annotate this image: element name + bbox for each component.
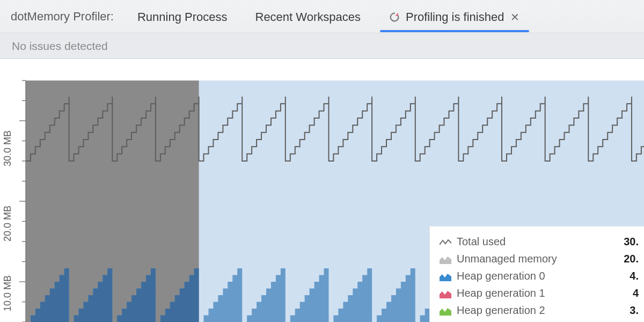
legend-label: Heap generation 0 [457, 270, 613, 282]
legend-value: 4. [613, 270, 639, 282]
tab-profiling-finished[interactable]: Profiling is finished ✕ [380, 2, 529, 32]
legend-value: 20. [613, 253, 639, 265]
legend-item-gen0[interactable]: Heap generation 0 4. [440, 267, 639, 284]
legend-item-unmanaged[interactable]: Unmanaged memory 20. [440, 250, 639, 267]
tab-running-process[interactable]: Running Process [129, 2, 236, 32]
y-tick-label: 30.0 MB [2, 130, 13, 166]
issues-text: No issues detected [12, 40, 108, 53]
svg-marker-22 [440, 308, 451, 316]
issues-bar: No issues detected [0, 33, 644, 59]
area-swatch-icon [440, 289, 451, 297]
app-title: dotMemory Profiler: [11, 10, 114, 24]
tab-label: Running Process [137, 10, 228, 24]
legend-label: Heap generation 2 [457, 304, 613, 317]
tab-label: Profiling is finished [406, 10, 504, 24]
legend-panel: Total used 30. Unmanaged memory 20. Heap… [429, 226, 644, 322]
legend-value: 3. [613, 304, 639, 317]
memory-timeline-chart[interactable]: 10.0 MB 20.0 MB 30.0 MB Total used 30. U… [0, 59, 644, 322]
legend-item-total[interactable]: Total used 30. [440, 233, 639, 250]
legend-label: Total used [457, 236, 613, 248]
svg-marker-19 [440, 257, 451, 264]
legend-item-gen1[interactable]: Heap generation 1 4 [440, 284, 639, 302]
legend-label: Heap generation 1 [457, 287, 613, 299]
area-swatch-icon [440, 306, 451, 314]
svg-marker-20 [440, 274, 451, 281]
tabstrip: dotMemory Profiler: Running Process Rece… [0, 0, 644, 33]
tab-label: Recent Workspaces [255, 10, 361, 24]
close-icon[interactable]: ✕ [509, 11, 521, 24]
legend-value: 30. [613, 236, 639, 248]
y-tick-label: 20.0 MB [2, 206, 13, 241]
legend-item-gen2[interactable]: Heap generation 2 3. [440, 302, 639, 319]
legend-label: Unmanaged memory [457, 253, 613, 265]
line-swatch-icon [440, 237, 451, 246]
svg-marker-21 [440, 291, 451, 298]
y-tick-label: 10.0 MB [2, 275, 13, 311]
area-swatch-icon [440, 254, 451, 263]
area-swatch-icon [440, 272, 451, 280]
refresh-icon [389, 11, 400, 23]
tab-recent-workspaces[interactable]: Recent Workspaces [247, 2, 369, 32]
legend-value: 4 [613, 287, 639, 299]
